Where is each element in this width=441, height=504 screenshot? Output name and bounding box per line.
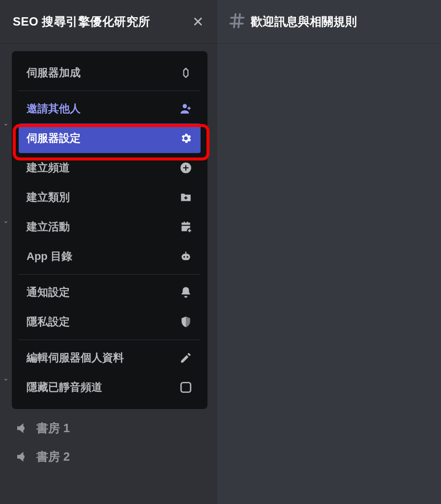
menu-label: 隱私設定 (27, 315, 70, 329)
checkbox-empty-icon (179, 380, 193, 394)
channel-name: 歡迎訊息與相關規則 (251, 14, 357, 30)
menu-edit-server-profile[interactable]: 編輯伺服器個人資料 (19, 343, 201, 373)
server-header[interactable]: SEO 搜尋引擎優化研究所 ✕ (0, 0, 217, 43)
voice-channel[interactable]: 書房 1 (15, 420, 70, 436)
menu-label: 邀請其他人 (27, 101, 81, 116)
boost-gem-icon (179, 66, 193, 80)
plus-circle-icon (179, 161, 193, 175)
chevron-down-icon[interactable]: ⌄ (3, 119, 9, 127)
shield-icon (179, 315, 193, 329)
voice-channel-name: 書房 1 (36, 420, 70, 436)
menu-server-boost[interactable]: 伺服器加成 (19, 58, 201, 88)
svg-point-5 (187, 256, 188, 257)
channel-header: 歡迎訊息與相關規則 (217, 0, 441, 43)
main-content: 歡迎訊息與相關規則 (217, 0, 441, 504)
menu-create-event[interactable]: 建立活動 (19, 212, 201, 242)
menu-label: 伺服器設定 (27, 131, 81, 146)
svg-point-4 (183, 256, 185, 257)
chevron-down-icon[interactable]: ⌄ (3, 374, 9, 382)
svg-rect-3 (181, 254, 190, 260)
robot-icon (179, 250, 193, 263)
invite-person-plus-icon (179, 102, 193, 116)
menu-label: 通知設定 (27, 285, 70, 300)
menu-separator (19, 340, 201, 340)
pencil-icon (179, 351, 193, 365)
menu-separator (19, 91, 201, 91)
calendar-plus-icon (179, 220, 193, 234)
voice-channel-name: 書房 2 (36, 449, 70, 465)
menu-label: 建立頻道 (27, 160, 70, 175)
svg-rect-6 (181, 382, 191, 392)
speaker-icon (15, 449, 29, 464)
voice-channel-list: 書房 1 書房 2 (15, 420, 70, 465)
menu-create-category[interactable]: 建立類別 (19, 183, 201, 212)
menu-app-directory[interactable]: App 目錄 (19, 242, 201, 271)
menu-label: 編輯伺服器個人資料 (27, 350, 124, 365)
menu-privacy-settings[interactable]: 隱私設定 (19, 307, 201, 337)
menu-label: 建立活動 (27, 220, 70, 234)
gear-icon (179, 131, 193, 145)
server-name: SEO 搜尋引擎優化研究所 (13, 14, 150, 30)
sidebar: SEO 搜尋引擎優化研究所 ✕ ⌄ ⌄ ⌄ 伺服器加成 邀請其他人 伺服器設定 (0, 0, 217, 504)
menu-label: 建立類別 (27, 190, 70, 205)
menu-label: 隱藏已靜音頻道 (27, 380, 102, 395)
svg-point-0 (183, 104, 187, 108)
menu-server-settings[interactable]: 伺服器設定 (19, 124, 201, 153)
menu-label: 伺服器加成 (27, 65, 81, 80)
bell-icon (179, 285, 193, 299)
server-dropdown-menu: 伺服器加成 邀請其他人 伺服器設定 建立頻道 (12, 51, 207, 409)
chevron-down-icon[interactable]: ⌄ (3, 217, 9, 224)
menu-notification-settings[interactable]: 通知設定 (19, 278, 201, 307)
speaker-icon (15, 421, 29, 436)
menu-hide-muted-channels[interactable]: 隱藏已靜音頻道 (19, 373, 201, 402)
menu-label: App 目錄 (27, 249, 72, 264)
folder-plus-icon (179, 190, 193, 204)
close-icon[interactable]: ✕ (192, 14, 204, 30)
menu-separator (19, 274, 201, 275)
voice-channel[interactable]: 書房 2 (15, 449, 70, 465)
menu-invite-people[interactable]: 邀請其他人 (19, 94, 201, 124)
menu-create-channel[interactable]: 建立頻道 (19, 153, 201, 183)
hash-icon (228, 12, 246, 32)
